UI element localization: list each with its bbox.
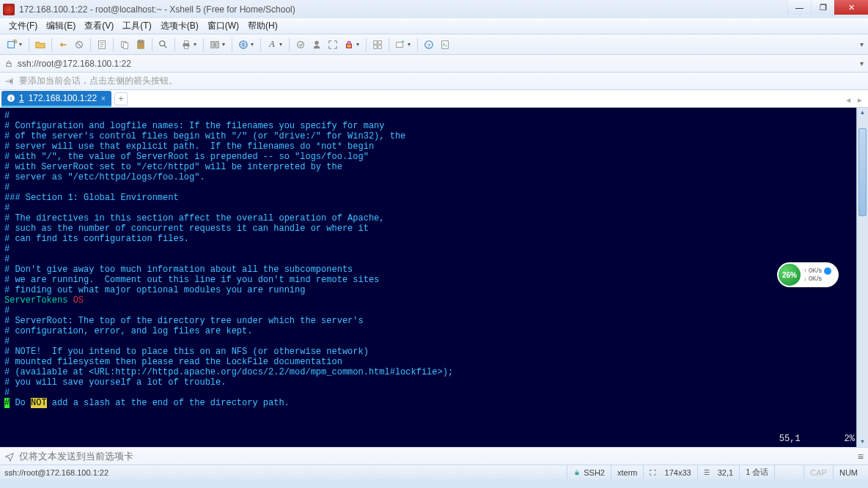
separator bbox=[51, 38, 52, 51]
network-widget[interactable]: 26% ↑0K/s ↓0K/s bbox=[777, 262, 839, 287]
terminal-line: # (available at <URL:http://httpd.apache… bbox=[4, 367, 864, 377]
terminal[interactable]: ## Configuration and logfile names: If t… bbox=[0, 108, 868, 447]
layout-icon[interactable] bbox=[370, 37, 385, 52]
dropdown-icon[interactable]: ▾ bbox=[194, 41, 199, 48]
app-icon bbox=[3, 4, 15, 15]
globe-icon[interactable] bbox=[236, 37, 251, 52]
dropdown-icon[interactable]: ▾ bbox=[222, 41, 228, 48]
dropdown-icon[interactable]: ▾ bbox=[356, 41, 362, 48]
svg-rect-28 bbox=[575, 472, 579, 475]
terminal-line: # bbox=[4, 306, 864, 316]
script-icon[interactable] bbox=[438, 37, 452, 52]
terminal-line: # The directives in this section affect … bbox=[4, 213, 864, 223]
scroll-thumb[interactable] bbox=[858, 128, 867, 216]
scroll-down-icon[interactable]: ▼ bbox=[857, 437, 868, 447]
svg-rect-12 bbox=[211, 41, 214, 48]
separator bbox=[29, 38, 29, 51]
tab-label: 172.168.100.1:22 bbox=[29, 93, 97, 103]
send-input[interactable] bbox=[19, 451, 853, 462]
maximize-button[interactable]: ❐ bbox=[811, 0, 834, 15]
font-icon[interactable]: A bbox=[265, 37, 279, 52]
lock-icon bbox=[573, 469, 581, 476]
menu-edit[interactable]: 编辑(E) bbox=[46, 20, 76, 32]
scroll-up-icon[interactable]: ▲ bbox=[857, 108, 868, 118]
status-size: ⛶ 174x33 bbox=[643, 465, 696, 479]
window-title: 172.168.100.1:22 - root@localhost:~ - Xs… bbox=[19, 4, 295, 15]
vim-status: 55,1 2% bbox=[4, 434, 855, 444]
svg-rect-10 bbox=[184, 40, 188, 43]
upload-rate: 0K/s bbox=[809, 267, 822, 275]
dropdown-icon[interactable]: ▾ bbox=[408, 41, 413, 48]
send-bar: ≡ bbox=[0, 447, 868, 465]
address-bar[interactable]: ssh://root@172.168.100.1:22 ▾ bbox=[0, 55, 868, 73]
terminal-line: # ServerRoot: The top of the directory t… bbox=[4, 316, 864, 326]
terminal-line: # mounted filesystem then please read th… bbox=[4, 357, 864, 367]
properties-icon[interactable] bbox=[95, 37, 109, 52]
menu-tools[interactable]: 工具(T) bbox=[122, 20, 151, 32]
open-icon[interactable] bbox=[33, 37, 48, 52]
svg-rect-11 bbox=[184, 45, 188, 48]
menu-file[interactable]: 文件(F) bbox=[9, 20, 37, 32]
address-dropdown-icon[interactable]: ▾ bbox=[860, 59, 864, 67]
paste-icon[interactable] bbox=[133, 37, 148, 52]
terminal-line: # Don't give away too much information a… bbox=[4, 265, 864, 275]
tab-next-icon[interactable]: ► bbox=[856, 96, 864, 104]
tab-index: 1 bbox=[19, 93, 24, 103]
new-session-icon[interactable]: + bbox=[4, 37, 19, 52]
terminal-line: # NOTE! If you intend to place this on a… bbox=[4, 347, 864, 357]
status-spacer bbox=[774, 465, 803, 479]
disconnect-icon[interactable] bbox=[72, 37, 87, 52]
terminal-line: # bbox=[4, 203, 864, 213]
tab-close-icon[interactable]: × bbox=[101, 95, 106, 103]
user-icon[interactable] bbox=[309, 37, 324, 52]
send-icon[interactable] bbox=[4, 451, 15, 462]
main-toolbar: + ▾ ▾ ▾ ▾ A ▾ ▾ + ▾ ? ▾ bbox=[0, 34, 868, 55]
session-tab[interactable]: i 1 172.168.100.1:22 × bbox=[1, 91, 111, 107]
copy-icon[interactable] bbox=[117, 37, 132, 52]
tab-prev-icon[interactable]: ◄ bbox=[845, 96, 852, 104]
send-menu-icon[interactable]: ≡ bbox=[858, 451, 864, 462]
find-icon[interactable] bbox=[156, 37, 171, 52]
terminal-line: # bbox=[4, 182, 864, 193]
menu-window[interactable]: 窗口(W) bbox=[207, 20, 239, 32]
separator bbox=[232, 38, 232, 51]
menu-help[interactable]: 帮助(H) bbox=[248, 20, 278, 32]
separator bbox=[90, 38, 91, 51]
menu-view[interactable]: 查看(V) bbox=[84, 20, 114, 32]
add-session-icon[interactable] bbox=[4, 76, 15, 86]
minimize-button[interactable]: — bbox=[787, 0, 811, 15]
separator bbox=[366, 38, 367, 51]
close-button[interactable]: ✕ bbox=[834, 0, 868, 15]
separator bbox=[152, 38, 152, 51]
terminal-scrollbar[interactable]: ▲ ▼ bbox=[856, 108, 868, 447]
reconnect-icon[interactable] bbox=[56, 37, 70, 52]
print-icon[interactable] bbox=[179, 37, 194, 52]
status-rc: ☰ 32,1 bbox=[697, 465, 739, 479]
dropdown-icon[interactable]: ▾ bbox=[279, 41, 285, 48]
terminal-line: # configuration, error, and log files ar… bbox=[4, 326, 864, 336]
toolbar-overflow-icon[interactable]: ▾ bbox=[860, 40, 864, 48]
new-tab-icon[interactable]: + bbox=[393, 37, 408, 52]
dropdown-icon[interactable]: ▾ bbox=[19, 41, 25, 48]
terminal-line: # with ServerRoot set to "/etc/httpd" wi… bbox=[4, 162, 864, 172]
svg-point-8 bbox=[160, 40, 165, 45]
svg-rect-21 bbox=[378, 45, 381, 48]
terminal-line: # of the server's control files begin wi… bbox=[4, 131, 864, 141]
help-icon[interactable]: ? bbox=[422, 37, 436, 52]
status-sessions: 1 会话 bbox=[739, 465, 774, 479]
status-cap: CAP bbox=[803, 465, 833, 479]
vim-position: 55,1 bbox=[779, 434, 801, 444]
svg-text:+: + bbox=[402, 40, 405, 44]
terminal-cursor-line: # Do NOT add a slash at the end of the d… bbox=[4, 398, 864, 408]
transfer-icon[interactable] bbox=[207, 37, 222, 52]
lock-icon[interactable] bbox=[342, 37, 356, 52]
tab-status-icon: i bbox=[7, 95, 15, 102]
menu-tabs[interactable]: 选项卡(B) bbox=[161, 20, 199, 32]
new-tab-button[interactable]: + bbox=[114, 92, 128, 106]
toggle1-icon[interactable] bbox=[293, 37, 308, 52]
svg-rect-27 bbox=[7, 63, 11, 67]
svg-rect-17 bbox=[347, 44, 352, 48]
dropdown-icon[interactable]: ▾ bbox=[251, 41, 257, 48]
fullscreen-icon[interactable] bbox=[326, 37, 340, 52]
svg-rect-20 bbox=[374, 45, 377, 48]
